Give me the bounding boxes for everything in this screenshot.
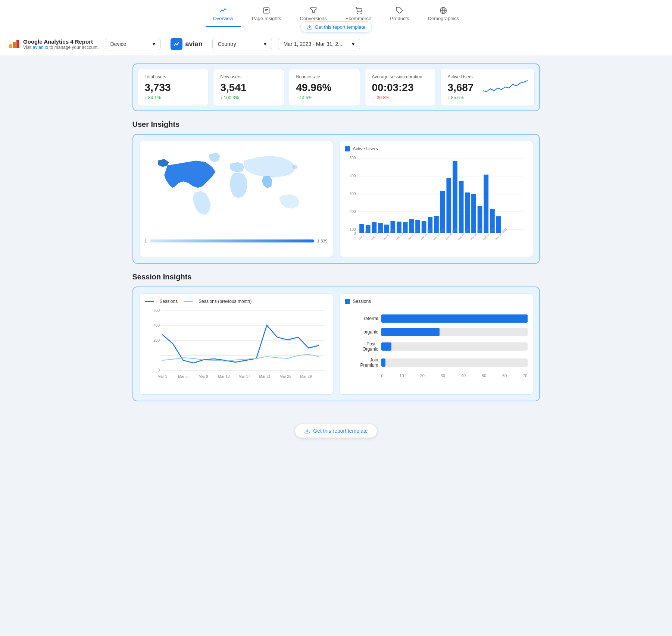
svg-text:Mar 1: Mar 1 [157, 375, 167, 379]
logo-bars [9, 40, 19, 48]
hbar-axis: 010203040506070 [345, 373, 528, 378]
user-insights-title: User Insights [132, 120, 540, 129]
conversions-icon [310, 7, 317, 14]
svg-text:200: 200 [350, 210, 356, 214]
world-map [145, 146, 328, 236]
svg-text:Mar 5: Mar 5 [178, 375, 188, 379]
sessions-legend-line [145, 301, 154, 302]
svg-rect-35 [453, 161, 457, 233]
nav-label-conversions: Conversions [300, 16, 327, 21]
metric-bounce-rate: Bounce rate 49.96% ↑ 14.5% [289, 69, 360, 106]
map-legend-max: 1,839 [317, 239, 328, 243]
app-subtitle: Visit avian.io to manage your account. [23, 45, 99, 50]
avian-link[interactable]: avian.io [33, 45, 48, 50]
svg-text:0: 0 [157, 368, 160, 372]
metric-label: Average session duration [372, 74, 429, 79]
user-insights-panel: 1 1,839 Active Users 500 [132, 134, 540, 264]
svg-rect-34 [446, 178, 451, 233]
device-label: Device [110, 41, 126, 47]
hbar-fill-organic [381, 328, 440, 336]
avian-logo-text: avian [185, 40, 203, 48]
metric-value: 3,687 [447, 82, 479, 94]
device-dropdown[interactable]: Device ▾ [105, 38, 161, 50]
hbar-track-join-premium [381, 358, 528, 367]
svg-text:Mar 17: Mar 17 [238, 375, 250, 379]
active-users-bar-panel: Active Users 500 400 300 200 100 0 [339, 141, 533, 257]
metric-change: ↑ 85.6% [447, 95, 479, 100]
ecommerce-icon [355, 7, 362, 14]
svg-point-4 [360, 13, 361, 14]
country-dropdown[interactable]: Country ▾ [212, 38, 272, 50]
metric-value: 00:03:23 [372, 82, 429, 94]
nav-item-overview[interactable]: Overview [206, 4, 241, 27]
svg-text:300: 300 [350, 192, 356, 196]
svg-rect-30 [421, 221, 426, 233]
hbar-chart-legend: Sessions [345, 299, 528, 304]
metric-label: New users [220, 74, 277, 79]
hbar-row-join-premium: JoinPremium [345, 357, 528, 368]
app-title: Google Analytics 4 Report [23, 38, 99, 45]
svg-text:Mar 13: Mar 13 [218, 375, 230, 379]
app-logo: Google Analytics 4 Report Visit avian.io… [9, 38, 99, 50]
nav-item-demographics[interactable]: Demographics [421, 4, 467, 27]
svg-text:200: 200 [153, 338, 160, 342]
metrics-row: Total users 3,733 ↑ 84.1% New users 3,54… [132, 63, 540, 111]
line-chart-area: 600 400 200 0 Mar 1 Mar 5 Mar 9 Mar 13 M… [145, 307, 328, 389]
nav-item-products[interactable]: Products [382, 4, 416, 27]
hbar-row-post-organic: Post -Organic [345, 341, 528, 352]
get-template-bottom-button[interactable]: Get this report template [295, 424, 377, 438]
nav-label-demographics: Demographics [428, 16, 459, 21]
products-icon [396, 7, 403, 14]
sessions-legend-label: Sessions [160, 299, 178, 304]
svg-text:Mar 21: Mar 21 [259, 375, 271, 379]
svg-rect-32 [434, 216, 439, 233]
svg-text:500: 500 [350, 156, 356, 160]
svg-text:Mar 25: Mar 25 [279, 375, 291, 379]
svg-text:400: 400 [153, 323, 160, 328]
get-template-top-button[interactable]: Get this report template [300, 21, 372, 32]
svg-text:Mar 9: Mar 9 [199, 375, 208, 379]
svg-rect-40 [484, 175, 488, 233]
world-map-svg [145, 146, 328, 236]
date-chevron-icon: ▾ [352, 41, 354, 47]
avian-logo-icon [171, 38, 182, 50]
hbar-legend-label: Sessions [353, 299, 371, 304]
metric-total-users: Total users 3,733 ↑ 84.1% [138, 69, 209, 106]
line-chart-legend: Sessions Sessions (previous month) [145, 299, 328, 304]
app-title-block: Google Analytics 4 Report Visit avian.io… [23, 38, 99, 50]
map-legend-bar [150, 239, 314, 242]
svg-text:600: 600 [153, 308, 160, 313]
prev-legend-line [184, 301, 193, 302]
metric-value: 3,733 [145, 82, 202, 94]
metric-label: Bounce rate [296, 74, 353, 79]
bar-chart-legend-label: Active Users [353, 146, 378, 151]
metric-avg-session: Average session duration 00:03:23 ↓ -36.… [365, 69, 436, 106]
date-dropdown[interactable]: Mar 1, 2023 - Mar 31, 2... ▾ [278, 38, 360, 50]
hbar-label-join-premium: JoinPremium [345, 357, 378, 368]
metric-change: ↑ 14.5% [296, 95, 353, 100]
hbar-legend-color [345, 299, 350, 304]
session-line-panel: Sessions Sessions (previous month) 600 4… [139, 293, 333, 395]
svg-rect-38 [471, 194, 476, 233]
date-label: Mar 1, 2023 - Mar 31, 2... [284, 41, 343, 47]
main-content: Total users 3,733 ↑ 84.1% New users 3,54… [124, 56, 549, 418]
svg-rect-37 [465, 192, 470, 233]
svg-text:0: 0 [353, 231, 356, 235]
legend-color-box [345, 146, 350, 151]
session-insights-title: Session Insights [132, 273, 540, 281]
bar-chart-area: 500 400 300 200 100 0 [345, 154, 528, 251]
nav-item-page-insights[interactable]: Page Insights [244, 4, 289, 27]
hbar-row-organic: organic [345, 328, 528, 336]
metric-change: ↓ -36.8% [372, 95, 429, 100]
metric-active-users: Active Users 3,687 ↑ 85.6% [440, 69, 534, 106]
metric-change: ↑ 84.1% [145, 95, 202, 100]
metric-label: Total users [145, 74, 202, 79]
header: Get this report template Google Analytic… [0, 27, 672, 56]
nav-label-products: Products [390, 16, 409, 21]
prev-legend-label: Sessions (previous month) [199, 299, 251, 304]
nav-label-ecommerce: Ecommerce [346, 16, 371, 21]
line-chart-svg: 600 400 200 0 Mar 1 Mar 5 Mar 9 Mar 13 M… [145, 307, 328, 389]
hbar-chart-container: referral organic Post -Organic [345, 307, 528, 378]
hbar-fill-join-premium [381, 358, 386, 367]
map-legend-min: 1 [145, 239, 147, 243]
